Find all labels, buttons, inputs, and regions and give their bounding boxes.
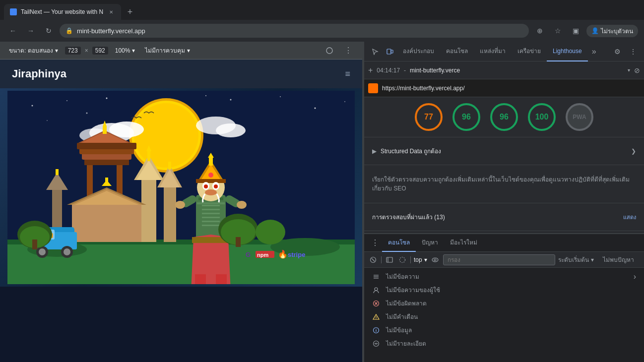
devtools-more-button[interactable]: ⋮ — [626, 45, 640, 59]
show-passed-button[interactable]: แสดง — [623, 213, 636, 222]
pwa-score[interactable]: PWA — [566, 103, 593, 131]
content-area: ขนาด: ตอบสนอง ▾ 723 × 592 100% ▾ ไม่มีกา… — [0, 42, 644, 362]
active-tab[interactable]: TailNext — Your website with N ✕ — [4, 4, 121, 20]
forward-button[interactable]: → — [24, 24, 38, 38]
zoom-value: 100% — [115, 47, 130, 54]
more-tabs-button[interactable]: » — [588, 47, 600, 56]
eye-icon[interactable] — [430, 255, 440, 265]
settings-icon[interactable]: ⚙ — [610, 45, 624, 59]
svg-point-9 — [315, 108, 316, 109]
url-dropdown-icon[interactable]: ▾ — [628, 67, 630, 73]
svg-text:🔥: 🔥 — [278, 249, 288, 259]
svg-point-113 — [432, 258, 438, 262]
tab-network[interactable]: เครือข่าย — [512, 42, 547, 61]
width-value[interactable]: 723 — [65, 47, 81, 55]
performance-score[interactable]: 77 — [415, 103, 443, 131]
svg-rect-77 — [216, 274, 227, 284]
svg-rect-56 — [197, 202, 225, 204]
address-bar[interactable]: 🔒 mint-butterfly.vercel.app — [60, 24, 529, 38]
inspect-element-button[interactable] — [368, 45, 382, 59]
list-item: ไม่มีข้อผิดพลาด — [364, 297, 644, 310]
svg-rect-44 — [168, 162, 171, 170]
passed-label: การตรวจสอบที่ผ่านแล้ว (13) — [372, 212, 623, 222]
svg-line-109 — [372, 258, 375, 261]
bookmark-button[interactable]: ☆ — [551, 24, 565, 38]
warning-icon — [372, 313, 380, 321]
svg-text:stripe: stripe — [288, 251, 305, 258]
responsive-icon[interactable] — [322, 46, 336, 56]
hamburger-menu[interactable]: ≡ — [345, 69, 350, 79]
toggle-sidebar-button[interactable] — [385, 255, 394, 265]
svg-point-1 — [326, 48, 332, 54]
svg-rect-84 — [202, 221, 220, 222]
svg-point-66 — [204, 184, 208, 188]
clear-console-button[interactable] — [368, 255, 378, 265]
level-label: ระดับเริ่มต้น — [558, 255, 589, 264]
hero-illustration: G npm 🔥 stripe — [7, 91, 355, 284]
add-audit-button[interactable]: + — [368, 66, 373, 75]
svg-rect-110 — [386, 257, 392, 262]
tab-issues[interactable]: ปัญหา — [416, 234, 444, 252]
translate-button[interactable]: ⊕ — [533, 24, 547, 38]
list-item: ไม่มีข้อความของผู้ใช้ — [364, 283, 644, 297]
context-chevron-icon: ▾ — [424, 256, 427, 263]
devtools-upper: องค์ประกอบ คอนโซล แหล่งที่มา เครือข่าย L — [364, 42, 644, 233]
svg-text:npm: npm — [257, 252, 268, 258]
accessibility-score[interactable]: 96 — [452, 103, 480, 131]
svg-point-13 — [205, 95, 206, 96]
svg-point-67 — [214, 184, 218, 188]
tab-lighthouse[interactable]: Lighthouse — [547, 42, 588, 61]
signed-in-label: ไม่ระบุตัวตน — [601, 26, 633, 36]
tab-close-button[interactable]: ✕ — [107, 8, 115, 16]
svg-point-3 — [32, 105, 33, 107]
best-practices-score[interactable]: 96 — [490, 103, 518, 131]
svg-point-90 — [39, 248, 46, 255]
more-options-button[interactable]: ⋮ — [340, 44, 356, 57]
console-menu-button[interactable]: ⋮ — [368, 236, 382, 250]
profile-icon: 👤 — [591, 27, 599, 34]
svg-rect-53 — [105, 178, 108, 183]
structured-data-row[interactable]: ▶ Structured Data ถูกต้อง ❯ — [372, 143, 636, 159]
browser-window: TailNext — Your website with N ✕ + ← → ↻… — [0, 0, 644, 362]
profile-badge[interactable]: 👤 ไม่ระบุตัวตน — [586, 25, 638, 37]
toolbar-divider-2 — [410, 256, 411, 263]
disable-network-button[interactable] — [397, 255, 407, 265]
svg-rect-76 — [195, 274, 206, 284]
row-expand-0[interactable]: › — [634, 272, 636, 281]
device-mode-button[interactable] — [383, 45, 397, 59]
svg-point-124 — [376, 318, 376, 318]
back-button[interactable]: ← — [6, 24, 20, 38]
tab-bar: TailNext — Your website with N ✕ + — [0, 0, 644, 20]
console-tabs: ⋮ คอนโซล ปัญหา มีอะไรใหม่ — [364, 234, 644, 252]
svg-rect-99 — [236, 237, 241, 247]
control-dropdown[interactable]: ไม่มีการควบคุม ▾ — [142, 45, 193, 56]
tab-console[interactable]: คอนโซล — [440, 42, 474, 61]
reload-button[interactable]: ↻ — [42, 24, 56, 38]
passed-audits-row[interactable]: การตรวจสอบที่ผ่านแล้ว (13) แสดง — [372, 209, 636, 225]
no-issues-label: ไม่พบปัญหา — [597, 255, 640, 264]
tab-elements[interactable]: องค์ประกอบ — [397, 42, 440, 61]
tab-sources[interactable]: แหล่งที่มา — [474, 42, 512, 61]
device-button[interactable]: ▣ — [569, 24, 582, 38]
size-dropdown[interactable]: ขนาด: ตอบสนอง ▾ — [6, 45, 61, 56]
zoom-dropdown[interactable]: 100% ▾ — [112, 46, 138, 55]
seo-score[interactable]: 100 — [528, 103, 556, 131]
height-value[interactable]: 592 — [92, 47, 108, 55]
console-rows: ไม่มีข้อความ › ไม่มีข้อความของผู้ใช้ — [364, 268, 644, 352]
info-icon — [372, 326, 380, 334]
console-filter-input[interactable] — [443, 254, 555, 265]
svg-rect-39 — [147, 151, 150, 161]
log-level-selector[interactable]: ระดับเริ่มต้น ▾ — [558, 255, 594, 264]
svg-point-5 — [106, 98, 108, 99]
svg-rect-82 — [202, 213, 220, 214]
devtools-toolbar: องค์ประกอบ คอนโซล แหล่งที่มา เครือข่าย L — [364, 42, 644, 61]
new-tab-button[interactable]: + — [123, 5, 137, 19]
refresh-audit-button[interactable]: ⊘ — [634, 66, 640, 74]
tab-whats-new[interactable]: มีอะไรใหม่ — [444, 234, 483, 252]
hero-image: G npm 🔥 stripe — [0, 88, 362, 287]
site-header: Jiraphinya ≡ — [0, 60, 362, 88]
level-chevron-icon: ▾ — [591, 256, 594, 263]
context-selector[interactable]: top ▾ — [414, 256, 427, 263]
tab-console-main[interactable]: คอนโซล — [382, 234, 416, 252]
row-text-2: ไม่มีข้อผิดพลาด — [386, 299, 636, 308]
